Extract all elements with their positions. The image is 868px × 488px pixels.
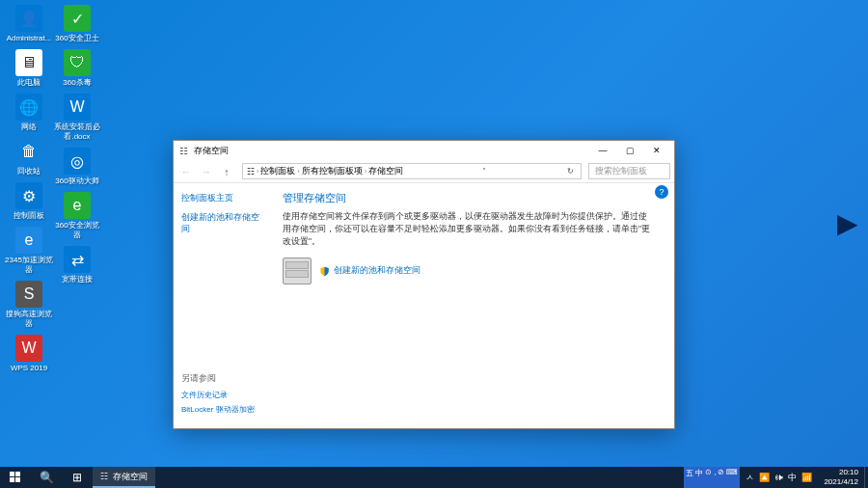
taskbar: 🔍 ⊞ ☷ 存储空间 五中⊙,⊘⌨ ㅅ🔼🕪中📶 20:10 2021/4/12 (0, 467, 868, 488)
desktop-icon-label: 网络 (5, 122, 53, 132)
page-heading: 管理存储空间 (283, 191, 655, 205)
screenshot-arrow-icon: ▶ (837, 207, 858, 239)
system-tray[interactable]: ㅅ🔼🕪中📶 (740, 467, 818, 488)
desktop: 👤Administrat...🖥此电脑🌐网络🗑回收站⚙控制面板e2345加速浏览… (5, 5, 101, 379)
titlebar: ☷ 存储空间 ― ▢ ✕ (174, 141, 674, 160)
desktop-icon[interactable]: ⚙控制面板 (5, 182, 53, 221)
see-also-link[interactable]: BitLocker 驱动器加密 (181, 404, 267, 415)
desktop-icon-label: 宽带连接 (53, 275, 101, 285)
svg-rect-1 (15, 472, 20, 476)
content-pane: ? 管理存储空间 使用存储空间将文件保存到两个或更多驱动器，以便在驱动器发生故障… (275, 183, 674, 428)
see-also-link[interactable]: 文件历史记录 (181, 390, 267, 400)
desktop-icon[interactable]: ◎360驱动大师 (53, 148, 101, 186)
breadcrumb-icon: ☷ (247, 167, 255, 176)
desktop-icon[interactable]: 🖥此电脑 (5, 49, 53, 88)
desktop-icon-glyph: 🛡 (64, 49, 91, 76)
clock[interactable]: 20:10 2021/4/12 (818, 467, 864, 488)
desktop-icon[interactable]: W系统安装后必看.docx (53, 94, 101, 142)
desktop-icon-glyph: S (15, 281, 42, 308)
desktop-icon[interactable]: 👤Administrat... (5, 5, 53, 43)
window-title: 存储空间 (194, 145, 589, 157)
desktop-icon[interactable]: e360安全浏览器 (53, 192, 101, 240)
sidebar: 控制面板主页 创建新的池和存储空间 另请参阅 文件历史记录 BitLocker … (174, 183, 275, 428)
tray-icon[interactable]: ㅅ (746, 472, 754, 484)
page-description: 使用存储空间将文件保存到两个或更多驱动器，以便在驱动器发生故障时为你提供保护。通… (283, 210, 655, 248)
desktop-icon-glyph: ✓ (64, 5, 91, 32)
ime-item[interactable]: ⊘ (718, 468, 724, 487)
task-icon: ☷ (100, 472, 108, 481)
desktop-icon-label: 360驱动大师 (53, 176, 101, 186)
svg-rect-3 (15, 477, 20, 482)
desktop-icon-label: 此电脑 (5, 78, 53, 88)
desktop-icon[interactable]: S搜狗高速浏览器 (5, 281, 53, 329)
clock-time: 20:10 (824, 468, 858, 477)
desktop-icon-glyph: e (15, 227, 42, 254)
drives-icon (283, 258, 312, 285)
desktop-icon[interactable]: WWPS 2019 (5, 335, 53, 373)
ime-item[interactable]: , (714, 468, 716, 487)
desktop-icon[interactable]: e2345加速浏览器 (5, 227, 53, 275)
breadcrumb[interactable]: ☷ › 控制面板 › 所有控制面板项 › 存储空间 ˅ ↻ (242, 163, 582, 179)
toolbar: ← → ↑ ☷ › 控制面板 › 所有控制面板项 › 存储空间 ˅ ↻ 搜索控制… (174, 160, 674, 183)
sidebar-home-link[interactable]: 控制面板主页 (181, 193, 267, 204)
desktop-icon-label: 360安全浏览器 (53, 221, 101, 240)
maximize-button[interactable]: ▢ (616, 142, 643, 159)
desktop-icon-glyph: ⚙ (15, 182, 42, 209)
storage-spaces-window: ☷ 存储空间 ― ▢ ✕ ← → ↑ ☷ › 控制面板 › 所有控制面板项 › … (173, 140, 675, 429)
svg-rect-2 (10, 477, 14, 482)
desktop-icon[interactable]: 🛡360杀毒 (53, 49, 101, 88)
task-view-button[interactable]: ⊞ (62, 467, 93, 488)
desktop-icon[interactable]: 🗑回收站 (5, 138, 53, 176)
create-pool-link[interactable]: 创建新的池和存储空间 (319, 265, 420, 277)
ime-item[interactable]: 五 (686, 468, 693, 487)
desktop-icon-label: 搜狗高速浏览器 (5, 310, 53, 329)
desktop-icon-glyph: 🌐 (15, 94, 42, 121)
sidebar-create-link[interactable]: 创建新的池和存储空间 (181, 212, 267, 235)
desktop-icon[interactable]: ✓360安全卫士 (53, 5, 101, 43)
app-icon: ☷ (177, 145, 189, 156)
minimize-button[interactable]: ― (589, 142, 616, 159)
clock-date: 2021/4/12 (824, 477, 858, 487)
search-input[interactable]: 搜索控制面板 (588, 163, 670, 179)
desktop-icon-label: WPS 2019 (5, 364, 53, 373)
breadcrumb-item[interactable]: 所有控制面板项 (302, 166, 363, 177)
shield-icon (319, 266, 330, 277)
refresh-icon[interactable]: ↻ (564, 167, 577, 176)
task-label: 存储空间 (113, 471, 148, 483)
ime-item[interactable]: ⊙ (705, 468, 712, 487)
close-button[interactable]: ✕ (643, 142, 670, 159)
desktop-icon-glyph: ◎ (64, 148, 91, 175)
tray-icon[interactable]: 中 (788, 472, 797, 484)
desktop-icon-glyph: W (15, 335, 42, 362)
up-button[interactable]: ↑ (218, 163, 235, 180)
desktop-icon[interactable]: ⇄宽带连接 (53, 246, 101, 285)
desktop-icon-label: 360安全卫士 (53, 34, 101, 43)
ime-item[interactable]: ⌨ (726, 468, 738, 487)
tray-icon[interactable]: 🔼 (759, 473, 770, 482)
desktop-icon-glyph: e (64, 192, 91, 219)
help-icon[interactable]: ? (655, 185, 668, 199)
ime-item[interactable]: 中 (695, 468, 703, 487)
desktop-icon-label: Administrat... (5, 34, 53, 43)
ime-bar[interactable]: 五中⊙,⊘⌨ (684, 467, 740, 488)
show-desktop-button[interactable] (864, 467, 868, 488)
back-button[interactable]: ← (177, 163, 195, 180)
breadcrumb-dropdown-icon[interactable]: ˅ (479, 167, 489, 176)
tray-icon[interactable]: 🕪 (774, 473, 783, 482)
tray-icon[interactable]: 📶 (801, 473, 812, 482)
breadcrumb-item[interactable]: 控制面板 (260, 166, 295, 177)
taskbar-task-storage[interactable]: ☷ 存储空间 (93, 467, 155, 488)
start-button[interactable] (0, 467, 31, 488)
search-button[interactable]: 🔍 (31, 467, 62, 488)
desktop-icon-glyph: 🖥 (15, 49, 42, 76)
see-also-label: 另请参阅 (181, 373, 267, 385)
desktop-icon-label: 控制面板 (5, 211, 53, 221)
desktop-icon-label: 2345加速浏览器 (5, 256, 53, 275)
desktop-icon-label: 回收站 (5, 167, 53, 176)
breadcrumb-item[interactable]: 存储空间 (368, 166, 403, 177)
desktop-icon[interactable]: 🌐网络 (5, 94, 53, 132)
forward-button[interactable]: → (198, 163, 215, 180)
desktop-icon-label: 系统安装后必看.docx (53, 122, 101, 142)
desktop-icon-label: 360杀毒 (53, 78, 101, 88)
svg-rect-0 (10, 472, 14, 476)
